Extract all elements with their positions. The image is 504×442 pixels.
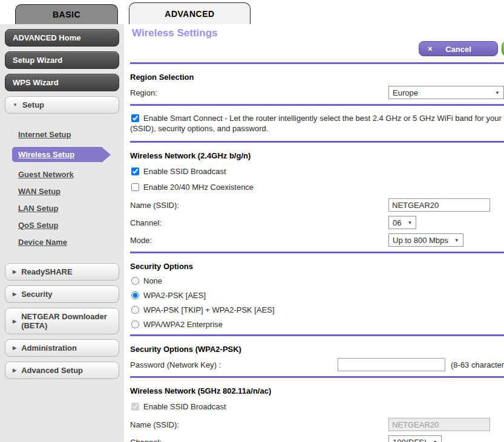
page-title: Wireless Settings [132, 27, 504, 39]
setup-subnav: Internet Setup Wireless Setup Guest Netw… [0, 119, 124, 261]
ssid-name-24-row: Name (SSID): [130, 198, 504, 212]
channel-5-row: Channel: 100(DFS) ▼ [130, 435, 504, 442]
sidebar-item-netgear-downloader[interactable]: ▶ NETGEAR Downloader (BETA) [5, 308, 119, 334]
content-area: Wireless Settings × Cancel Region Select… [124, 24, 504, 442]
coexistence-row: Enable 20/40 MHz Coexistence [130, 183, 504, 192]
password-hint: (8-63 characters o [451, 360, 504, 369]
sidebar-group-setup[interactable]: ▼ Setup [5, 96, 119, 114]
security-option-enterprise-row: WPA/WPA2 Enterprise [130, 320, 504, 329]
sidebar-item-label: NETGEAR Downloader (BETA) [21, 312, 111, 330]
security-option-none-row: None [130, 276, 504, 285]
region-select[interactable]: Europe ▼ [388, 86, 504, 99]
chevron-right-icon: ▶ [13, 345, 16, 351]
security-options-24-heading: Security Options [130, 262, 504, 271]
top-tab-bar: BASIC ADVANCED [0, 0, 504, 24]
channel-5-value: 100(DFS) [393, 438, 427, 442]
sidebar-item-guest-network[interactable]: Guest Network [18, 170, 74, 179]
region-label: Region: [130, 88, 388, 97]
sidebar-item-wireless-setup[interactable]: Wireless Setup [18, 150, 74, 159]
tab-basic[interactable]: BASIC [15, 4, 118, 24]
divider [130, 141, 504, 143]
channel-24-row: Channel: 06 ▼ [130, 216, 504, 229]
sidebar-item-administration[interactable]: ▶ Administration [5, 339, 119, 357]
toolbar: × Cancel [130, 39, 504, 57]
security-option-wpa2psk-label: WPA2-PSK [AES] [143, 291, 206, 300]
security-option-none-label: None [143, 276, 162, 285]
tab-advanced-label: ADVANCED [165, 9, 214, 19]
divider [130, 252, 504, 253]
ssid-name-24-input[interactable] [388, 198, 490, 212]
sidebar-item-readyshare[interactable]: ▶ ReadySHARE [5, 263, 119, 281]
chevron-down-icon: ▼ [13, 102, 18, 108]
security-option-wpapsk-radio[interactable] [131, 306, 139, 314]
security-option-wpa2psk-radio[interactable] [131, 291, 139, 299]
dropdown-arrow-icon: ▼ [495, 90, 500, 96]
channel-5-select[interactable]: 100(DFS) ▼ [388, 435, 442, 442]
ssid-broadcast-5-row: Enable SSID Broadcast [130, 402, 504, 411]
security-option-none-radio[interactable] [131, 277, 139, 285]
sidebar-item-label: ReadySHARE [21, 267, 73, 276]
coexistence-label: Enable 20/40 MHz Coexistence [143, 183, 254, 192]
sidebar-item-advanced-setup[interactable]: ▶ Advanced Setup [5, 362, 119, 379]
divider [130, 104, 504, 106]
wireless-24ghz-heading: Wireless Network (2.4GHz b/g/n) [130, 151, 504, 160]
dropdown-arrow-icon: ▼ [454, 238, 459, 243]
sidebar-item-security[interactable]: ▶ Security [5, 285, 119, 303]
dropdown-arrow-icon: ▼ [407, 220, 412, 226]
sidebar-item-wireless-setup-highlight[interactable]: Wireless Setup [12, 147, 102, 162]
tab-basic-label: BASIC [53, 10, 80, 19]
sidebar-item-label: Security [21, 290, 52, 299]
sidebar-item-wps-wizard[interactable]: WPS Wizard [5, 74, 119, 91]
main-layout: ADVANCED Home Setup Wizard WPS Wizard ▼ … [0, 24, 504, 442]
sidebar-item-device-name[interactable]: Device Name [18, 238, 67, 247]
sidebar-item-internet-setup[interactable]: Internet Setup [18, 130, 71, 139]
mode-24-select[interactable]: Up to 800 Mbps ▼ [388, 233, 463, 247]
security-option-enterprise-radio[interactable] [131, 320, 139, 328]
sidebar-item-label: WPS Wizard [13, 78, 59, 87]
chevron-right-icon: ▶ [13, 291, 16, 297]
apply-button[interactable] [502, 41, 504, 56]
smart-connect-line2: (SSID), security options, and password. [130, 123, 504, 134]
divider [130, 376, 504, 378]
ssid-name-5-label: Name (SSID): [130, 420, 388, 429]
security-option-wpapsk-row: WPA-PSK [TKIP] + WPA2-PSK [AES] [130, 305, 504, 314]
channel-24-value: 06 [393, 218, 401, 227]
password-input[interactable] [338, 358, 445, 371]
channel-5-label: Channel: [130, 438, 388, 442]
region-section-heading: Region Selection [130, 73, 504, 82]
sidebar-item-lan-setup[interactable]: LAN Setup [18, 204, 58, 213]
region-select-value: Europe [393, 88, 418, 97]
channel-24-select[interactable]: 06 ▼ [388, 216, 416, 229]
channel-24-label: Channel: [130, 218, 388, 227]
ssid-broadcast-24-row: Enable SSID Broadcast [130, 167, 504, 176]
ssid-name-5-input [388, 418, 490, 431]
sidebar-group-label: Setup [22, 100, 44, 109]
ssid-broadcast-24-label: Enable SSID Broadcast [143, 167, 226, 176]
chevron-right-icon: ▶ [13, 319, 16, 324]
sidebar-item-wan-setup[interactable]: WAN Setup [18, 187, 61, 196]
divider [130, 334, 504, 336]
smart-connect-checkbox[interactable] [131, 114, 139, 122]
sidebar-item-setup-wizard[interactable]: Setup Wizard [5, 51, 119, 69]
coexistence-checkbox[interactable] [131, 183, 139, 191]
sidebar-item-label: ADVANCED Home [13, 33, 80, 42]
divider [130, 62, 504, 64]
ssid-broadcast-5-label: Enable SSID Broadcast [143, 402, 226, 411]
cancel-button-label: Cancel [419, 45, 497, 54]
ssid-name-5-row: Name (SSID): [130, 418, 504, 431]
password-label: Password (Network Key) : [130, 360, 338, 369]
security-option-wpa2psk-row: WPA2-PSK [AES] [130, 291, 504, 300]
password-row: Password (Network Key) : (8-63 character… [130, 358, 504, 371]
tab-advanced[interactable]: ADVANCED [129, 2, 250, 24]
sidebar: ADVANCED Home Setup Wizard WPS Wizard ▼ … [0, 24, 124, 442]
smart-connect-block: Enable Smart Connect - Let the router in… [130, 113, 504, 134]
ssid-broadcast-24-checkbox[interactable] [131, 167, 139, 175]
dropdown-arrow-icon: ▼ [433, 440, 437, 442]
security-option-wpapsk-label: WPA-PSK [TKIP] + WPA2-PSK [AES] [143, 305, 275, 314]
mode-24-row: Mode: Up to 800 Mbps ▼ [130, 233, 504, 247]
sidebar-item-advanced-home[interactable]: ADVANCED Home [5, 29, 119, 47]
wireless-5ghz-heading: Wireless Network (5GHz 802.11a/n/ac) [130, 386, 504, 395]
mode-24-value: Up to 800 Mbps [393, 236, 448, 245]
cancel-button[interactable]: × Cancel [419, 41, 498, 56]
sidebar-item-qos-setup[interactable]: QoS Setup [18, 221, 58, 230]
